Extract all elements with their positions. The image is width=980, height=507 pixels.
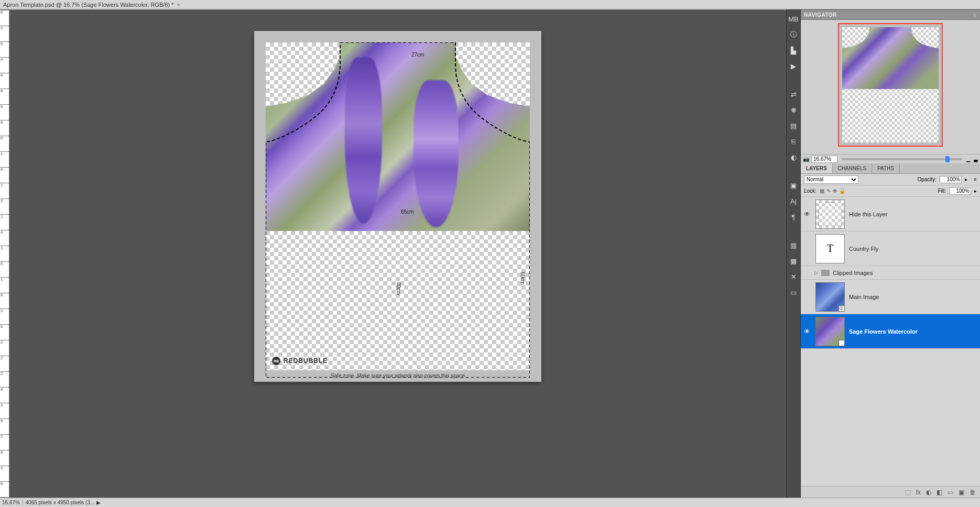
navigator-footer: 📷 ▁ ▃ — [801, 154, 980, 163]
status-zoom[interactable]: 16.67% — [2, 500, 20, 505]
layer-row[interactable]: 👁Hide this Layer — [801, 197, 980, 232]
layers-footer-icon-0[interactable]: ⬚ — [905, 489, 911, 496]
ruler-tick: 0 — [0, 104, 9, 120]
folder-icon — [821, 270, 830, 276]
layer-thumbnail: ◫ — [815, 282, 845, 312]
dimension-27cm: 27cm — [411, 52, 424, 58]
character-icon[interactable]: A| — [788, 196, 799, 206]
ruler-tick: 4 — [0, 387, 9, 403]
ruler-tick: 1 — [0, 246, 9, 261]
lock-all-icon[interactable]: 🔒 — [839, 188, 845, 194]
lock-position-icon[interactable]: ✥ — [833, 188, 837, 194]
ruler-tick: 8 — [0, 293, 9, 308]
zoom-in-icon[interactable]: ▃ — [974, 156, 978, 162]
logo-badge-icon: RB — [272, 357, 280, 365]
fill-input[interactable] — [949, 188, 971, 195]
notes-icon[interactable]: ▭ — [788, 287, 799, 297]
ruler-tick: 2 — [0, 403, 9, 418]
color-icon[interactable]: ▣ — [788, 180, 799, 191]
tab-channels[interactable]: CHANNELS — [833, 163, 872, 173]
lock-pixels-icon[interactable]: ✎ — [826, 188, 831, 194]
dimension-60cm: 60cm — [520, 272, 526, 284]
dimension-80cm: 80cm — [396, 282, 401, 295]
vertical-ruler: 0204060801012141618202224262830323436384… — [0, 10, 9, 507]
layers-footer-icon-4[interactable]: ▭ — [948, 489, 953, 496]
blend-mode-select[interactable]: Normal — [804, 175, 858, 184]
info-icon[interactable]: ⓘ — [788, 29, 799, 40]
zoom-out-icon[interactable]: ▁ — [966, 156, 971, 162]
camera-icon[interactable]: 📷 — [803, 156, 809, 162]
ruler-tick: 2 — [0, 371, 9, 387]
brush-icon[interactable]: ⎘ — [788, 136, 799, 147]
ruler-tick: 1 — [0, 151, 9, 167]
layers-footer-icon-2[interactable]: ◐ — [926, 489, 931, 496]
visibility-toggle[interactable]: 👁 — [803, 328, 811, 335]
fill-flyout-icon[interactable]: ▸ — [974, 188, 977, 194]
layer-name: Clipped Images — [833, 270, 873, 276]
play-icon[interactable]: ▶ — [788, 61, 799, 71]
layers-footer-icon-3[interactable]: ◧ — [937, 489, 942, 496]
swatches-icon[interactable]: ◐ — [788, 152, 799, 162]
close-tab-icon[interactable]: × — [177, 2, 180, 8]
ruler-tick: 4 — [0, 230, 9, 246]
styles-icon[interactable]: ❋ — [788, 105, 799, 115]
navigator-zoom-input[interactable] — [811, 156, 837, 163]
layers-list[interactable]: 👁Hide this LayerTCountry Fly▷Clipped Ima… — [801, 197, 980, 486]
disclosure-icon[interactable]: ▷ — [814, 270, 818, 275]
lock-transparency-icon[interactable]: ▦ — [820, 188, 824, 194]
ruler-tick: 2 — [0, 434, 9, 450]
ruler-tick: 3 — [0, 466, 9, 481]
ruler-tick: 4 — [0, 57, 9, 73]
layercomps-icon[interactable]: ▥ — [788, 240, 799, 250]
panel-icon-strip: MBⓘ▙▶⇄❋▤⎘◐▣A|¶▥▦✕▭ — [786, 9, 801, 498]
ruler-tick: 2 — [0, 356, 9, 371]
status-bar: 16.67% | 4065 pixels x 4950 pixels (3...… — [0, 498, 980, 507]
masks-icon[interactable]: ▤ — [788, 120, 799, 131]
dimension-65cm: 65cm — [401, 209, 413, 215]
navigator-thumbnail[interactable] — [838, 23, 943, 147]
layer-row[interactable]: TCountry Fly — [801, 232, 980, 266]
ruler-tick: 1 — [0, 183, 9, 199]
layer-thumbnail — [815, 200, 845, 229]
status-doc-info[interactable]: 4065 pixels x 4950 pixels (3... — [26, 500, 95, 505]
layer-group[interactable]: ▷Clipped Images — [801, 266, 980, 280]
histogram-icon[interactable]: ▙ — [788, 45, 799, 56]
navigator-zoom-slider[interactable] — [842, 158, 962, 160]
tools-icon[interactable]: ✕ — [788, 271, 799, 282]
document-title: Apron Template.psd @ 16.7% (Sage Flowers… — [3, 2, 173, 8]
opacity-label: Opacity: — [917, 177, 937, 182]
layers-footer-icon-1[interactable]: fx — [916, 489, 921, 496]
mb-icon[interactable]: MB — [788, 14, 799, 24]
paragraph-icon[interactable]: ¶ — [788, 212, 799, 222]
ruler-tick: 0 — [0, 481, 9, 497]
safe-zone-text: Safe zone. Make sure your artwork also c… — [254, 373, 541, 379]
collapse-icon[interactable]: « — [974, 10, 980, 16]
layers-panel-menu-icon[interactable]: ≡ — [974, 177, 977, 182]
layer-row[interactable]: ◫Main Image — [801, 280, 980, 314]
layer-name: Country Fly — [849, 246, 878, 252]
layers-footer-icon-6[interactable]: 🗑 — [970, 489, 976, 496]
navigator-panel-header[interactable]: NAVIGATOR ≡ « — [801, 9, 980, 20]
navigator-title: NAVIGATOR — [804, 12, 837, 18]
navigator-body[interactable] — [801, 20, 980, 154]
canvas-viewport[interactable]: 27cm 65cm 80cm 60cm RB REDBUBBLE Safe zo… — [9, 10, 786, 507]
visibility-toggle[interactable]: 👁 — [803, 211, 811, 218]
layers-footer-icon-5[interactable]: ▣ — [959, 489, 964, 496]
actions-icon[interactable]: ▦ — [788, 256, 799, 266]
ruler-tick: 0 — [0, 167, 9, 183]
document-tab[interactable]: Apron Template.psd @ 16.7% (Sage Flowers… — [0, 0, 980, 9]
ruler-tick: 0 — [0, 324, 9, 340]
status-flyout-icon[interactable]: ▶ — [96, 500, 101, 505]
layer-row[interactable]: 👁◫Sage Flowers Watercolor — [801, 314, 980, 349]
ruler-tick: 0 — [0, 10, 9, 26]
tab-paths[interactable]: PATHS — [872, 163, 900, 173]
fill-label: Fill: — [938, 188, 946, 194]
layer-name: Sage Flowers Watercolor — [849, 328, 918, 335]
opacity-flyout-icon[interactable]: ▸ — [965, 177, 967, 182]
tab-layers[interactable]: LAYERS — [801, 163, 833, 173]
opacity-input[interactable] — [940, 176, 962, 183]
artboard[interactable]: 27cm 65cm 80cm 60cm RB REDBUBBLE Safe zo… — [254, 31, 541, 382]
layer-thumbnail: ◫ — [815, 317, 845, 346]
adjustments-icon[interactable]: ⇄ — [788, 89, 799, 100]
ruler-tick: 1 — [0, 214, 9, 230]
